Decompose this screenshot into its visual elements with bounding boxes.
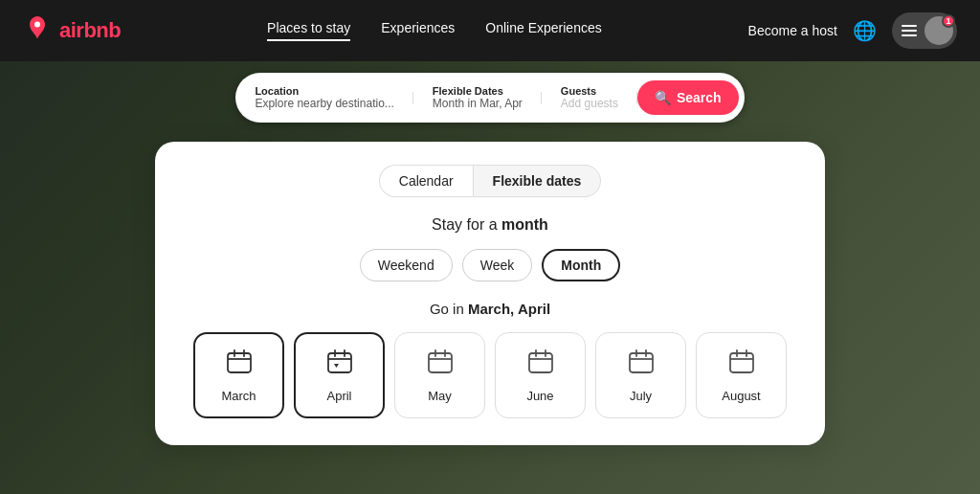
- logo[interactable]: airbnb: [23, 13, 121, 49]
- month-card-june[interactable]: June: [495, 332, 586, 418]
- location-value: Explore nearby destinatio...: [255, 97, 393, 110]
- search-button[interactable]: 🔍 Search: [637, 80, 739, 115]
- calendar-icon-may: [427, 348, 454, 381]
- go-in-bold: March, April: [468, 301, 550, 317]
- dates-label: Flexible Dates: [433, 85, 523, 97]
- pill-week[interactable]: Week: [462, 249, 533, 281]
- guests-placeholder: Add guests: [561, 97, 618, 110]
- notification-badge: 1: [942, 14, 955, 28]
- svg-rect-9: [429, 353, 452, 372]
- avatar: 1: [924, 16, 953, 45]
- tab-toggle: Calendar Flexible dates: [186, 165, 794, 197]
- nav-links: Places to stay Experiences Online Experi…: [267, 20, 602, 41]
- search-button-label: Search: [677, 90, 722, 105]
- dates-value: Month in Mar, Apr: [433, 97, 523, 110]
- nav-places-to-stay[interactable]: Places to stay: [267, 20, 350, 41]
- month-label-april: April: [326, 389, 351, 403]
- go-in-prefix: Go in: [430, 301, 468, 317]
- svg-rect-17: [630, 353, 653, 372]
- month-label-august: August: [722, 389, 760, 403]
- svg-rect-1: [228, 353, 251, 372]
- logo-text: airbnb: [59, 18, 121, 43]
- svg-rect-13: [529, 353, 552, 372]
- go-in-title: Go in March, April: [186, 301, 794, 317]
- month-card-august[interactable]: August: [696, 332, 787, 418]
- month-card-april[interactable]: April: [294, 332, 385, 418]
- month-label-may: May: [428, 389, 452, 403]
- main-content: Calendar Flexible dates Stay for a month…: [0, 134, 980, 445]
- calendar-icon-march: [226, 348, 253, 381]
- svg-rect-21: [730, 353, 753, 372]
- month-label-june: June: [526, 389, 553, 403]
- tab-calendar[interactable]: Calendar: [379, 165, 473, 197]
- hamburger-icon: [902, 25, 917, 36]
- guests-label: Guests: [561, 85, 618, 97]
- stay-title-bold: month: [501, 216, 548, 233]
- svg-rect-5: [328, 353, 351, 372]
- nav-right: Become a host 🌐 1: [748, 12, 957, 49]
- month-card-july[interactable]: July: [595, 332, 686, 418]
- user-menu[interactable]: 1: [892, 12, 957, 49]
- search-icon: 🔍: [655, 90, 671, 105]
- month-card-may[interactable]: May: [394, 332, 485, 418]
- svg-point-0: [34, 21, 40, 27]
- dates-section[interactable]: Flexible Dates Month in Mar, Apr: [413, 85, 542, 110]
- airbnb-logo-icon: [23, 13, 52, 49]
- navbar: airbnb Places to stay Experiences Online…: [0, 0, 980, 61]
- become-host-link[interactable]: Become a host: [748, 23, 837, 38]
- calendar-icon-august: [728, 348, 755, 381]
- pill-weekend[interactable]: Weekend: [360, 249, 453, 281]
- stay-title-prefix: Stay for a: [432, 216, 501, 233]
- flexible-dates-panel: Calendar Flexible dates Stay for a month…: [155, 142, 825, 445]
- guests-section[interactable]: Guests Add guests: [542, 85, 637, 110]
- month-label-march: March: [221, 389, 256, 403]
- month-card-march[interactable]: March: [193, 332, 284, 418]
- location-label: Location: [255, 85, 393, 97]
- nav-online-experiences[interactable]: Online Experiences: [485, 20, 601, 41]
- search-bar-container: Location Explore nearby destinatio... Fl…: [0, 61, 980, 134]
- calendar-icon-july: [628, 348, 655, 381]
- globe-icon[interactable]: 🌐: [853, 19, 877, 42]
- duration-pills: Weekend Week Month: [186, 249, 794, 281]
- nav-experiences[interactable]: Experiences: [381, 20, 455, 41]
- month-cards: March April: [186, 332, 794, 418]
- pill-month[interactable]: Month: [542, 249, 620, 281]
- stay-title: Stay for a month: [186, 216, 794, 234]
- search-bar: Location Explore nearby destinatio... Fl…: [235, 73, 744, 123]
- calendar-icon-june: [527, 348, 554, 381]
- calendar-icon-april: [326, 348, 353, 381]
- month-label-july: July: [630, 389, 652, 403]
- tab-flexible-dates[interactable]: Flexible dates: [473, 165, 602, 197]
- location-section[interactable]: Location Explore nearby destinatio...: [235, 85, 412, 110]
